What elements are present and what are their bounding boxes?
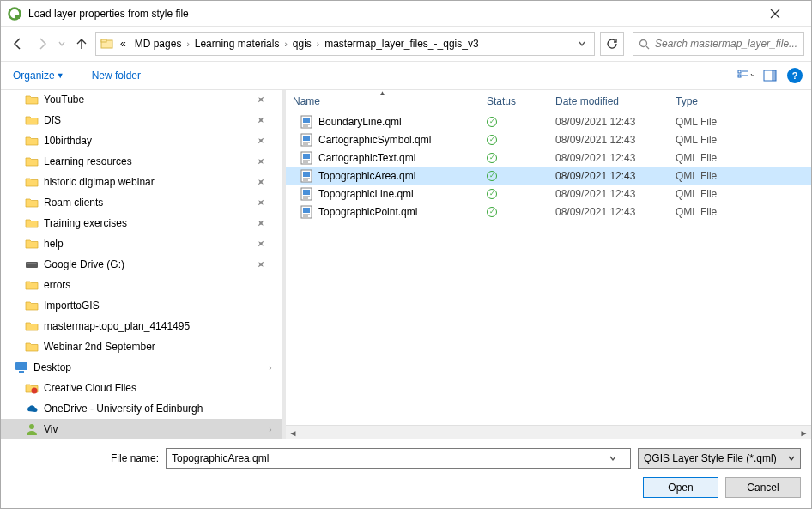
navigation-bar: « MD pages › Learning materials › qgis ›… (1, 27, 811, 61)
help-button[interactable]: ? (787, 68, 803, 83)
status-synced-icon: ✓ (487, 135, 497, 145)
new-folder-button[interactable]: New folder (88, 66, 144, 85)
column-status[interactable]: Status (480, 90, 548, 112)
new-folder-label: New folder (92, 70, 141, 82)
file-name: TopographicPoint.qml (318, 206, 417, 218)
svg-rect-20 (303, 154, 310, 159)
file-pane: ▲ Name Status Date modified Type Boundar… (286, 90, 811, 439)
horizontal-scrollbar[interactable]: ◄ ► (286, 425, 811, 439)
organize-label: Organize (13, 70, 55, 82)
svg-rect-22 (303, 172, 310, 177)
file-row[interactable]: CartographicSymbol.qml✓08/09/2021 12:43Q… (286, 130, 811, 148)
tree-item-label: Roam clients (44, 197, 253, 209)
refresh-button[interactable] (600, 32, 624, 56)
tree-item[interactable]: DfS (1, 110, 282, 130)
tree-item[interactable]: Viv› (1, 419, 282, 439)
scroll-left-icon[interactable]: ◄ (286, 426, 300, 440)
tree-item[interactable]: 10birthday (1, 130, 282, 151)
user-icon (25, 422, 39, 436)
preview-pane-button[interactable] (758, 65, 782, 86)
desktop-icon (15, 361, 28, 374)
filename-combo[interactable] (166, 448, 631, 469)
tree-item-label: Creative Cloud Files (44, 382, 265, 394)
tree-item[interactable]: Desktop› (1, 357, 282, 378)
pin-icon (257, 136, 265, 145)
filetype-label: QGIS Layer Style File (*.qml) (644, 452, 788, 464)
column-date[interactable]: Date modified (548, 90, 669, 112)
filename-input[interactable] (172, 452, 609, 464)
file-row[interactable]: TopographicPoint.qml✓08/09/2021 12:43QML… (286, 203, 811, 221)
back-button[interactable] (8, 33, 28, 54)
up-button[interactable] (71, 33, 92, 54)
organize-menu[interactable]: Organize ▼ (9, 66, 68, 85)
filename-dropdown-icon[interactable] (609, 455, 625, 462)
column-type[interactable]: Type (669, 90, 811, 112)
recent-dropdown[interactable] (56, 33, 68, 54)
close-button[interactable] (770, 9, 804, 19)
breadcrumb[interactable]: qgis (289, 36, 315, 52)
search-input[interactable] (655, 38, 798, 50)
file-row[interactable]: CartographicText.qml✓08/09/2021 12:43QML… (286, 148, 811, 167)
tree-item[interactable]: YouTube (1, 90, 282, 110)
tree-item[interactable]: mastermap-topo_plan_4141495 (1, 316, 282, 336)
breadcrumb[interactable]: MD pages (131, 36, 185, 52)
tree-item[interactable]: Webinar 2nd September (1, 336, 282, 357)
breadcrumb-overflow[interactable]: « (117, 36, 130, 52)
tree-item[interactable]: errors (1, 275, 282, 295)
tree-item-label: historic digimap webinar (44, 176, 253, 188)
tree-item[interactable]: Training exercises (1, 213, 282, 233)
tree-item-label: Desktop (33, 361, 265, 373)
address-dropdown[interactable] (573, 40, 591, 47)
tree-item-label: Training exercises (44, 217, 253, 229)
breadcrumb[interactable]: mastermap_layer_files_-_qgis_v3 (321, 36, 482, 52)
svg-rect-18 (303, 136, 310, 141)
breadcrumb[interactable]: Learning materials (191, 36, 283, 52)
file-date: 08/09/2021 12:43 (548, 188, 669, 200)
address-bar[interactable]: « MD pages › Learning materials › qgis ›… (95, 32, 595, 56)
folder-icon (25, 155, 39, 168)
tree-item-label: Viv (44, 423, 265, 435)
cc-icon (25, 381, 39, 395)
pin-icon (257, 95, 265, 104)
qgis-app-icon (8, 7, 21, 21)
status-synced-icon: ✓ (487, 189, 497, 199)
main-area: YouTubeDfS10birthdayLearning resourceshi… (1, 90, 811, 439)
forward-button[interactable] (32, 33, 52, 54)
folder-icon (25, 175, 39, 189)
cancel-button[interactable]: Cancel (725, 477, 801, 498)
folder-icon (25, 340, 39, 354)
file-row[interactable]: TopographicLine.qml✓08/09/2021 12:43QML … (286, 185, 811, 203)
scroll-right-icon[interactable]: ► (797, 426, 811, 440)
onedrive-icon (25, 402, 39, 415)
tree-item-label: Webinar 2nd September (44, 341, 265, 353)
pin-icon (257, 260, 265, 269)
tree-item[interactable]: Learning resources (1, 151, 282, 172)
file-type: QML File (669, 170, 811, 182)
tree-item[interactable]: Roam clients (1, 192, 282, 213)
tree-item[interactable]: historic digimap webinar (1, 172, 282, 192)
tree-item-label: 10birthday (44, 135, 253, 147)
filetype-select[interactable]: QGIS Layer Style File (*.qml) (638, 448, 801, 469)
svg-point-4 (640, 39, 647, 46)
tree-item[interactable]: Google Drive (G:) (1, 254, 282, 275)
tree-item[interactable]: OneDrive - University of Edinburgh (1, 398, 282, 419)
chevron-right-icon: › (317, 39, 319, 49)
view-options-button[interactable] (734, 65, 758, 86)
tree-item-label: help (44, 238, 253, 250)
dialog-footer: File name: QGIS Layer Style File (*.qml)… (1, 439, 811, 508)
drive-icon (25, 258, 39, 271)
file-list[interactable]: BoundaryLine.qml✓08/09/2021 12:43QML Fil… (286, 112, 811, 425)
search-box[interactable] (633, 32, 804, 56)
open-button[interactable]: Open (643, 477, 718, 498)
toolbar: Organize ▼ New folder ? (1, 61, 811, 90)
tree-item[interactable]: Creative Cloud Files (1, 378, 282, 398)
file-row[interactable]: TopographicArea.qml✓08/09/2021 12:43QML … (286, 167, 811, 185)
tree-item[interactable]: ImporttoGIS (1, 295, 282, 316)
tree-item[interactable]: help (1, 233, 282, 254)
file-row[interactable]: BoundaryLine.qml✓08/09/2021 12:43QML Fil… (286, 112, 811, 130)
file-name: TopographicArea.qml (318, 170, 415, 182)
column-name[interactable]: ▲ Name (286, 90, 480, 112)
folder-tree[interactable]: YouTubeDfS10birthdayLearning resourceshi… (1, 90, 282, 439)
file-type: QML File (669, 188, 811, 200)
file-name: BoundaryLine.qml (318, 116, 402, 128)
